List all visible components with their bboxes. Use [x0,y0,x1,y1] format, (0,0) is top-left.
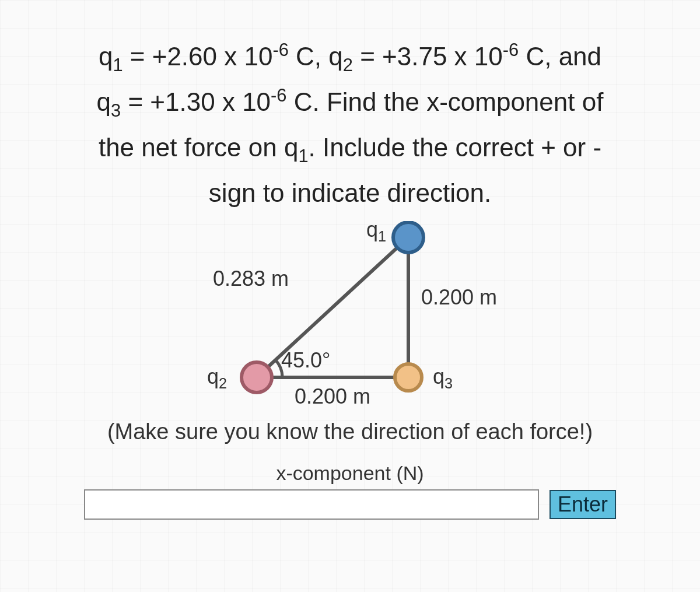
angle-value: 45.0° [281,348,330,373]
q2-value: +3.75 x 10 [382,42,503,71]
svg-point-4 [242,362,272,393]
x-component-input[interactable] [84,489,539,520]
answer-label: x-component (N) [41,462,659,485]
q2-label: q2 [207,365,227,392]
q1-value: +2.60 x 10 [152,42,273,71]
q3-value: +1.30 x 10 [150,87,271,116]
problem-statement: q1 = +2.60 x 10-6 C, q2 = +3.75 x 10-6 C… [41,35,659,215]
svg-point-5 [395,364,422,391]
vertical-length: 0.200 m [421,285,497,310]
base-length: 0.200 m [295,384,370,409]
hint-text: (Make sure you know the direction of eac… [41,419,659,444]
svg-line-2 [257,237,408,377]
svg-point-3 [393,222,424,253]
q3-label: q3 [433,365,453,392]
hypotenuse-length: 0.283 m [213,267,289,291]
q1-label: q1 [366,218,386,245]
enter-button[interactable]: Enter [550,490,616,519]
triangle-diagram: q1 q2 q3 0.283 m 0.200 m 0.200 m 45.0° [146,221,554,408]
